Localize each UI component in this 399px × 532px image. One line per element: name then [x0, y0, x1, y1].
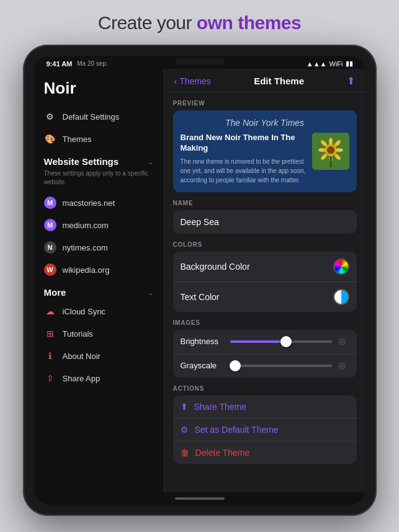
- brightness-end-icon: ◎: [338, 336, 349, 347]
- brightness-thumb[interactable]: [280, 336, 292, 347]
- svg-point-2: [327, 146, 334, 154]
- preview-card-title: The Noir York Times: [181, 118, 349, 128]
- nav-back-button[interactable]: ‹ Themes: [174, 76, 211, 86]
- colors-container: Background Color Text Color: [173, 252, 357, 312]
- preview-card-image: [312, 133, 349, 170]
- preview-card: The Noir York Times Brand New Noir Theme…: [173, 110, 357, 192]
- background-color-label: Background Color: [181, 262, 250, 272]
- svg-point-6: [336, 148, 343, 152]
- medium-badge: M: [44, 219, 56, 231]
- text-color-row[interactable]: Text Color: [173, 282, 357, 312]
- more-title: More: [44, 287, 66, 298]
- images-container: Brightness ◎ Grayscale: [173, 330, 357, 378]
- sunflower-image: [312, 133, 349, 170]
- set-default-icon: ⚙: [181, 425, 189, 435]
- sidebar-item-icloud[interactable]: ☁ iCloud Sync: [34, 300, 164, 322]
- svg-point-5: [318, 148, 326, 152]
- nav-title: Edit Theme: [254, 76, 304, 86]
- macstories-badge: M: [44, 197, 56, 209]
- status-date: Ma 20 sep.: [77, 60, 107, 67]
- signal-icon: ▲▲▲: [307, 60, 327, 68]
- sidebar-item-tutorials[interactable]: ⊞ Tutorials: [34, 322, 164, 345]
- app-content: Noir ⚙ Default Settings 🎨 Themes Website…: [34, 69, 365, 492]
- share-theme-icon: ⬆: [181, 402, 188, 412]
- share-app-label: Share App: [63, 374, 101, 383]
- page-headline: Create your own themes: [98, 12, 301, 33]
- share-theme-action[interactable]: ⬆ Share Theme: [173, 396, 357, 419]
- nav-bar: ‹ Themes Edit Theme ⬆: [164, 69, 365, 92]
- medium-label: medium.com: [63, 221, 109, 230]
- name-input-text: Deep Sea: [181, 217, 219, 227]
- website-settings-header: Website Settings ⌄: [34, 150, 164, 169]
- set-default-action[interactable]: ⚙ Set as Default Theme: [173, 419, 357, 441]
- wikipedia-label: wikipedia.org: [63, 265, 110, 275]
- brightness-track: [230, 340, 332, 343]
- name-section-label: NAME: [173, 200, 357, 206]
- sidebar-item-about[interactable]: ℹ About Noir: [34, 345, 164, 367]
- name-input-row[interactable]: Deep Sea: [173, 210, 357, 234]
- chevron-down-icon: ⌄: [148, 157, 154, 166]
- nytimes-label: nytimes.com: [63, 243, 108, 252]
- sidebar-item-default-settings[interactable]: ⚙ Default Settings: [34, 105, 164, 128]
- colors-section-label: COLORS: [173, 241, 357, 248]
- text-color-circle: [333, 289, 349, 305]
- grayscale-track: [230, 365, 332, 367]
- book-icon: ⊞: [44, 327, 56, 340]
- gear-icon: ⚙: [44, 110, 56, 123]
- info-icon: ℹ: [44, 350, 56, 362]
- home-indicator: [34, 492, 365, 505]
- sidebar-item-share-app[interactable]: ⇧ Share App: [34, 367, 164, 389]
- tutorials-label: Tutorials: [63, 329, 93, 339]
- brightness-label: Brightness: [181, 337, 224, 346]
- set-default-label: Set as Default Theme: [195, 425, 279, 435]
- headline-normal: Create your: [98, 12, 197, 33]
- status-time: 9:41 AM: [47, 60, 73, 68]
- website-settings-subtitle: These settings apply only to a specific …: [34, 169, 164, 192]
- nytimes-badge: N: [44, 241, 56, 254]
- grayscale-end-icon: ◎: [338, 360, 349, 371]
- website-settings-title: Website Settings: [44, 156, 119, 167]
- device-frame: 9:41 AM Ma 20 sep. ▲▲▲ WiFi ▮▮ Noir ⚙ De…: [23, 45, 377, 516]
- images-section-label: IMAGES: [173, 319, 357, 326]
- device-screen: 9:41 AM Ma 20 sep. ▲▲▲ WiFi ▮▮ Noir ⚙ De…: [34, 56, 365, 505]
- battery-icon: ▮▮: [346, 60, 353, 68]
- wifi-icon: WiFi: [330, 60, 343, 68]
- sidebar-item-macstories[interactable]: M macstories.net: [34, 192, 164, 214]
- preview-card-text-area: Brand New Noir Theme In The Making The n…: [181, 133, 306, 185]
- status-icons: ▲▲▲ WiFi ▮▮: [307, 60, 353, 68]
- grayscale-thumb[interactable]: [230, 360, 241, 371]
- preview-card-body-text: The new theme is rumored to be the prett…: [181, 157, 306, 185]
- actions-section-label: ACTIONS: [173, 385, 357, 392]
- brightness-fill: [230, 340, 286, 343]
- grayscale-slider[interactable]: [230, 365, 332, 367]
- grayscale-row: Grayscale ◎: [173, 354, 357, 378]
- share-app-icon: ⇧: [44, 372, 56, 384]
- svg-point-3: [329, 138, 333, 145]
- delete-theme-action[interactable]: 🗑 Delete Theme: [173, 441, 357, 464]
- headline-bold: own themes: [197, 12, 301, 33]
- default-settings-label: Default Settings: [63, 112, 120, 122]
- sidebar-item-themes[interactable]: 🎨 Themes: [34, 128, 164, 150]
- sidebar-item-nytimes[interactable]: N nytimes.com: [34, 236, 164, 259]
- background-color-row[interactable]: Background Color: [173, 252, 357, 282]
- icloud-label: iCloud Sync: [63, 307, 105, 316]
- macstories-label: macstories.net: [63, 198, 115, 208]
- preview-card-headline: Brand New Noir Theme In The Making: [181, 133, 306, 154]
- sidebar-item-medium[interactable]: M medium.com: [34, 214, 164, 236]
- wikipedia-badge: W: [44, 264, 56, 276]
- cloud-icon: ☁: [44, 305, 56, 317]
- back-label: Themes: [179, 76, 211, 86]
- brightness-row: Brightness ◎: [173, 330, 357, 354]
- nav-share-icon[interactable]: ⬆: [347, 75, 355, 87]
- brightness-slider[interactable]: [230, 340, 332, 343]
- delete-theme-label: Delete Theme: [195, 448, 250, 458]
- share-theme-label: Share Theme: [194, 402, 247, 412]
- back-chevron-icon: ‹: [174, 76, 177, 86]
- delete-theme-icon: 🗑: [181, 448, 189, 458]
- sidebar-item-wikipedia[interactable]: W wikipedia.org: [34, 259, 164, 281]
- app-title: Noir: [34, 76, 164, 105]
- background-color-circle: [333, 259, 349, 275]
- actions-container: ⬆ Share Theme ⚙ Set as Default Theme 🗑 D…: [173, 396, 357, 464]
- camera-notch: [175, 58, 225, 64]
- themes-label: Themes: [63, 135, 92, 144]
